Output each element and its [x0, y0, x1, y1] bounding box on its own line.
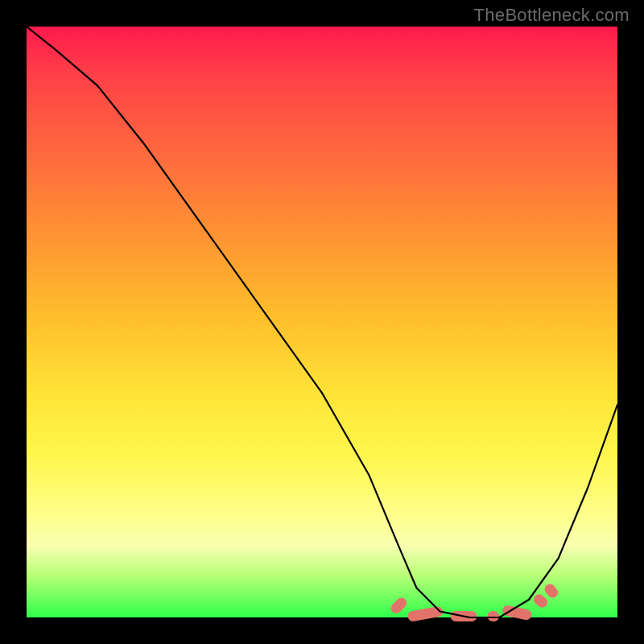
highlight-marker	[407, 605, 444, 621]
chart-frame: TheBottleneck.com	[0, 0, 644, 644]
highlight-marker	[488, 611, 500, 621]
highlight-marker	[543, 582, 560, 600]
highlight-markers	[389, 582, 560, 622]
highlight-marker	[389, 596, 409, 616]
watermark-text: TheBottleneck.com	[474, 5, 630, 26]
plot-area	[27, 27, 617, 617]
curve-svg	[27, 27, 617, 617]
bottleneck-curve	[27, 27, 617, 617]
highlight-marker	[531, 592, 549, 610]
